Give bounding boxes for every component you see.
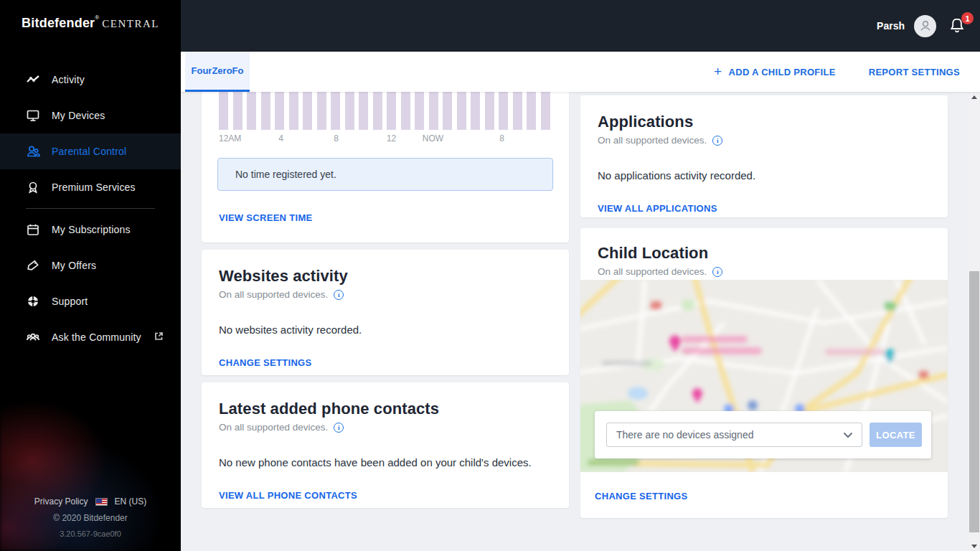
- external-link-icon: [154, 331, 164, 344]
- add-child-profile-button[interactable]: + ADD A CHILD PROFILE: [714, 65, 836, 79]
- vertical-scrollbar[interactable]: [969, 92, 980, 551]
- notification-badge: 1: [961, 12, 974, 24]
- sidebar-item-label: Activity: [52, 74, 85, 85]
- sidebar-item-premium-services[interactable]: Premium Services: [0, 169, 181, 205]
- view-all-applications-link[interactable]: VIEW ALL APPLICATIONS: [598, 203, 717, 214]
- applications-card: Applications On all supported devices. N…: [580, 95, 948, 217]
- sidebar-divider: [26, 208, 155, 209]
- chevron-down-icon: [843, 432, 853, 438]
- sidebar-item-my-subscriptions[interactable]: My Subscriptions: [0, 212, 181, 248]
- screen-time-bar: [275, 92, 284, 130]
- screen-time-bar: [401, 92, 410, 130]
- sidebar-item-label: Ask the Community: [52, 331, 141, 343]
- medal-icon: [26, 180, 40, 194]
- sidebar-item-label: My Subscriptions: [52, 224, 131, 235]
- notifications-button[interactable]: 1: [948, 17, 967, 35]
- parental-control-icon: [26, 144, 40, 159]
- card-title: Websites activity: [219, 267, 552, 286]
- screen-time-bar: [457, 92, 466, 130]
- card-title: Child Location: [598, 244, 930, 263]
- copyright-text: © 2020 Bitdefender: [0, 513, 181, 523]
- activity-icon: [26, 72, 40, 87]
- screen-time-bar: [429, 92, 438, 130]
- screen-time-bar: [345, 92, 354, 130]
- screen-time-bar: [331, 92, 340, 130]
- view-screen-time-link[interactable]: VIEW SCREEN TIME: [219, 212, 312, 223]
- sidebar-item-parental-control[interactable]: Parental Control: [0, 133, 181, 169]
- change-settings-link[interactable]: CHANGE SETTINGS: [219, 357, 311, 368]
- screen-time-bar: [513, 92, 522, 130]
- change-settings-link[interactable]: CHANGE SETTINGS: [595, 491, 687, 501]
- axis-tick: 12AM: [219, 133, 241, 143]
- add-child-profile-label: ADD A CHILD PROFILE: [729, 67, 836, 77]
- plus-icon: +: [714, 65, 722, 78]
- community-icon: [26, 330, 40, 344]
- device-select[interactable]: There are no devices assigned: [606, 423, 862, 447]
- sidebar-item-activity[interactable]: Activity: [0, 62, 181, 98]
- scroll-up-arrow[interactable]: [969, 92, 980, 102]
- card-subtitle: On all supported devices.: [598, 135, 707, 146]
- screen-time-bar: [471, 92, 480, 130]
- screen-time-bar: [317, 92, 326, 130]
- card-subtitle: On all supported devices.: [598, 266, 707, 277]
- sidebar-item-label: Support: [52, 296, 88, 307]
- screen-time-empty-box: No time registered yet.: [217, 158, 553, 191]
- screen-time-bar: [247, 92, 256, 130]
- screen-time-ticks: 12AM4812NOW8: [219, 133, 550, 143]
- screen-time-bar: [261, 92, 270, 130]
- us-flag-icon: [95, 498, 108, 506]
- locate-panel: There are no devices assigned LOCATE: [595, 411, 931, 458]
- axis-tick: 4: [278, 133, 283, 143]
- axis-tick: 8: [499, 133, 504, 143]
- profile-tabbar: FourZeroFo + ADD A CHILD PROFILE REPORT …: [181, 52, 980, 92]
- topbar: Parsh 1: [181, 0, 980, 52]
- locate-button[interactable]: LOCATE: [870, 423, 922, 447]
- card-subtitle: On all supported devices.: [219, 289, 328, 300]
- info-icon[interactable]: [712, 267, 722, 277]
- report-settings-label: REPORT SETTINGS: [869, 67, 960, 77]
- sidebar-item-ask-the-community[interactable]: Ask the Community: [0, 319, 181, 355]
- tab-child-profile[interactable]: FourZeroFo: [185, 52, 250, 92]
- info-icon[interactable]: [334, 290, 344, 300]
- screen-time-card: 12AM4812NOW8 No time registered yet. VIE…: [202, 92, 569, 242]
- brand-suffix: CENTRAL: [102, 18, 159, 29]
- screen-time-bar: [499, 92, 508, 130]
- report-settings-button[interactable]: REPORT SETTINGS: [869, 67, 960, 77]
- scrollbar-thumb[interactable]: [969, 271, 979, 532]
- sidebar-item-label: Premium Services: [52, 182, 136, 193]
- screen-time-bar: [443, 92, 452, 130]
- card-body-text: No websites activity recorded.: [219, 324, 552, 336]
- sidebar-item-label: Parental Control: [52, 146, 126, 157]
- lifebuoy-icon: [26, 294, 40, 309]
- child-location-card: Child Location On all supported devices.: [580, 228, 948, 518]
- axis-tick: 12: [387, 133, 396, 143]
- brand-name: Bitdefender: [22, 16, 95, 30]
- language-selector[interactable]: EN (US): [115, 496, 147, 507]
- card-body-text: No applications activity recorded.: [598, 169, 930, 182]
- username-label: Parsh: [877, 20, 905, 32]
- sidebar-item-label: My Devices: [52, 110, 105, 121]
- calendar-icon: [26, 222, 40, 237]
- version-text: 3.20.567-9cae0f0: [0, 529, 181, 538]
- screen-time-bar: [415, 92, 424, 130]
- privacy-policy-link[interactable]: Privacy Policy: [34, 496, 88, 507]
- screen-time-bar: [289, 92, 298, 130]
- axis-tick: 8: [334, 133, 339, 143]
- scroll-down-arrow[interactable]: [969, 541, 980, 551]
- card-subtitle: On all supported devices.: [219, 422, 328, 433]
- sidebar-item-my-offers[interactable]: My Offers: [0, 248, 181, 283]
- avatar[interactable]: [914, 15, 936, 37]
- sidebar-item-my-devices[interactable]: My Devices: [0, 98, 181, 133]
- screen-time-bar: [233, 92, 242, 130]
- sidebar-item-support[interactable]: Support: [0, 283, 181, 319]
- sidebar-nav: Activity My Devices Parental Control Pre…: [0, 62, 181, 355]
- registered-mark: ®: [95, 14, 99, 21]
- tag-icon: [26, 258, 40, 273]
- info-icon[interactable]: [334, 423, 344, 433]
- screen-time-bar: [303, 92, 312, 130]
- view-all-phone-contacts-link[interactable]: VIEW ALL PHONE CONTACTS: [219, 490, 357, 501]
- card-title: Latest added phone contacts: [219, 400, 552, 418]
- info-icon[interactable]: [712, 136, 722, 146]
- screen-time-bar: [219, 92, 228, 130]
- screen-time-bar: [527, 92, 536, 130]
